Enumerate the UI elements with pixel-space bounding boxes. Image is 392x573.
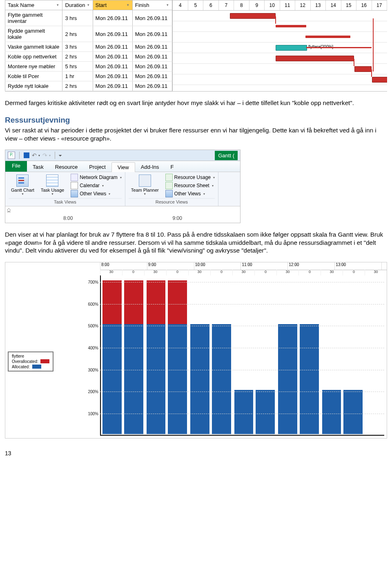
overalloc-bar bbox=[102, 280, 122, 324]
alloc-bar bbox=[147, 324, 166, 434]
resource-graph: flyttere Overallocated: Allocated: 8:009… bbox=[5, 262, 387, 439]
table-row: Koble opp nettverket2 hrsMon 26.09.11Mon… bbox=[5, 52, 172, 62]
y-tick-label: 500% bbox=[83, 324, 98, 328]
group-resource-views: Team Planner▼ Resource Usage▾ Resource S… bbox=[125, 172, 218, 206]
gantt-bar[interactable] bbox=[305, 36, 350, 38]
project-icon[interactable]: P. bbox=[8, 152, 15, 159]
gantt-bar[interactable] bbox=[372, 77, 387, 83]
group-label: Task Views bbox=[9, 198, 122, 205]
resource-usage-button[interactable]: Resource Usage▾ bbox=[165, 174, 215, 181]
filter-icon[interactable]: ▾ bbox=[87, 3, 91, 7]
legend-resource-name: flyttere bbox=[12, 354, 49, 358]
y-tick-label: 600% bbox=[83, 302, 98, 306]
heading-ressursutjevning: Ressursutjevning bbox=[5, 116, 387, 125]
col-finish[interactable]: Finish▾ bbox=[132, 0, 172, 10]
gantt-chart-icon bbox=[16, 175, 29, 187]
slack-line bbox=[306, 47, 372, 48]
table-row: Montere nye møbler5 hrsMon 26.09.11Mon 2… bbox=[5, 62, 172, 72]
legend-over-label: Overallocated: bbox=[12, 359, 38, 364]
quick-access-toolbar: P. ↶▾ ↷▾ ⏷ Gantt ( bbox=[5, 150, 240, 161]
legend-swatch-red bbox=[40, 359, 49, 363]
alloc-bar bbox=[278, 324, 297, 434]
group-label: Resource Views bbox=[129, 198, 215, 205]
other-views-task-button[interactable]: Other Views▾ bbox=[71, 190, 122, 197]
tab-resource[interactable]: Resource bbox=[49, 162, 84, 172]
col-task[interactable]: Task Name▾ bbox=[5, 0, 62, 10]
redo-icon[interactable]: ↷ bbox=[42, 152, 47, 159]
paragraph: Vi ser raskt at vi har perioder i dette … bbox=[5, 126, 387, 142]
other-views-icon bbox=[71, 190, 78, 197]
group-task-views: Gantt Chart▼ Task Usage▼ Network Diagram… bbox=[5, 172, 125, 206]
gantt-bar[interactable] bbox=[354, 66, 372, 72]
tab-project[interactable]: Project bbox=[83, 162, 111, 172]
team-planner-icon bbox=[139, 175, 151, 187]
alloc-bar bbox=[322, 390, 341, 434]
y-tick-label: 200% bbox=[83, 389, 98, 394]
timeline-header: 4567 891011 12131415 1617 bbox=[173, 0, 387, 11]
ribbon-tabs: File Task Resource Project View Add-Ins … bbox=[5, 161, 240, 172]
ribbon-screenshot: P. ↶▾ ↷▾ ⏷ Gantt ( File Task Resource Pr… bbox=[5, 150, 241, 223]
filter-icon[interactable]: ▾ bbox=[167, 3, 171, 7]
table-row: Rydde nytt lokale2 hrsMon 26.09.11Mon 26… bbox=[5, 81, 172, 91]
table-row: Koble til Pcer1 hrMon 26.09.11Mon 26.09.… bbox=[5, 72, 172, 81]
paragraph: Dermed farges kritiske aktiviteter rødt … bbox=[5, 99, 387, 107]
network-diagram-button[interactable]: Network Diagram▾ bbox=[71, 174, 122, 181]
calendar-button[interactable]: Calendar▾ bbox=[71, 182, 122, 189]
qat-dropdown-icon[interactable]: ⏷ bbox=[58, 153, 62, 158]
y-tick-label: 100% bbox=[83, 412, 98, 416]
gantt-bar[interactable] bbox=[276, 25, 306, 27]
other-views-res-button[interactable]: Other Views▾ bbox=[165, 190, 215, 197]
y-tick-label: 300% bbox=[83, 367, 98, 372]
resource-sheet-button[interactable]: Resource Sheet▾ bbox=[165, 182, 215, 189]
overalloc-bar bbox=[147, 280, 166, 324]
chart-time-sub: 300300 300300 300300 30 bbox=[100, 270, 387, 275]
gantt-table: Task Name▾ Duration▾ Start▾ Finish▾ Flyt… bbox=[5, 0, 387, 92]
chart-plot-area bbox=[100, 275, 384, 436]
page-number: 13 bbox=[5, 450, 387, 457]
alloc-bar bbox=[212, 324, 231, 434]
network-diagram-icon bbox=[71, 174, 78, 181]
gantt-chart-button[interactable]: Gantt Chart▼ bbox=[9, 174, 37, 197]
tab-format[interactable]: F bbox=[165, 162, 180, 172]
title-bar-fragment: Gantt ( bbox=[215, 151, 238, 160]
other-views-icon bbox=[165, 190, 173, 197]
gantt-bar[interactable] bbox=[230, 13, 276, 19]
alloc-bar bbox=[300, 324, 319, 434]
overalloc-bar bbox=[168, 280, 187, 324]
alloc-bar bbox=[168, 324, 187, 434]
timescale-preview: 8:00 9:00 bbox=[5, 213, 240, 223]
legend-alloc-label: Allocated: bbox=[12, 365, 30, 369]
undo-icon[interactable]: ↶ bbox=[32, 152, 37, 159]
task-usage-button[interactable]: Task Usage▼ bbox=[38, 174, 67, 197]
chart-time-header: 8:009:0010:00 11:0012:0013:00 bbox=[100, 262, 387, 270]
col-start[interactable]: Start▾ bbox=[93, 0, 132, 10]
task-usage-icon bbox=[46, 175, 58, 187]
alloc-bar bbox=[256, 390, 275, 434]
save-icon[interactable] bbox=[24, 152, 29, 158]
file-tab[interactable]: File bbox=[5, 161, 27, 172]
legend-swatch-blue bbox=[32, 365, 41, 369]
gantt-bar[interactable] bbox=[276, 45, 307, 51]
y-tick-label: 700% bbox=[83, 280, 98, 284]
filter-icon[interactable]: ▾ bbox=[127, 3, 131, 7]
tab-view[interactable]: View bbox=[111, 162, 135, 172]
collapse-icon[interactable]: ◇ bbox=[7, 207, 11, 213]
tab-addins[interactable]: Add-Ins bbox=[135, 162, 165, 172]
alloc-bar bbox=[234, 390, 254, 434]
legend: flyttere Overallocated: Allocated: bbox=[8, 351, 53, 372]
team-planner-button[interactable]: Team Planner▼ bbox=[129, 174, 161, 197]
resource-usage-icon bbox=[165, 174, 173, 181]
paragraph: Den viser at vi har planlagt for bruk av… bbox=[5, 231, 387, 254]
alloc-bar bbox=[102, 324, 122, 434]
alloc-bar bbox=[190, 324, 209, 434]
overalloc-bar bbox=[124, 280, 143, 324]
col-duration[interactable]: Duration▾ bbox=[62, 0, 93, 10]
alloc-bar bbox=[124, 324, 143, 434]
y-tick-label: 400% bbox=[83, 345, 98, 350]
tab-task[interactable]: Task bbox=[27, 162, 49, 172]
gantt-bar[interactable] bbox=[276, 56, 354, 61]
filter-icon[interactable]: ▾ bbox=[57, 3, 61, 7]
table-row: Flytte gammelt inventar3 hrsMon 26.09.11… bbox=[5, 10, 172, 26]
table-row: Vaske gammelt lokale3 hrsMon 26.09.11Mon… bbox=[5, 42, 172, 52]
alloc-bar bbox=[343, 390, 363, 434]
